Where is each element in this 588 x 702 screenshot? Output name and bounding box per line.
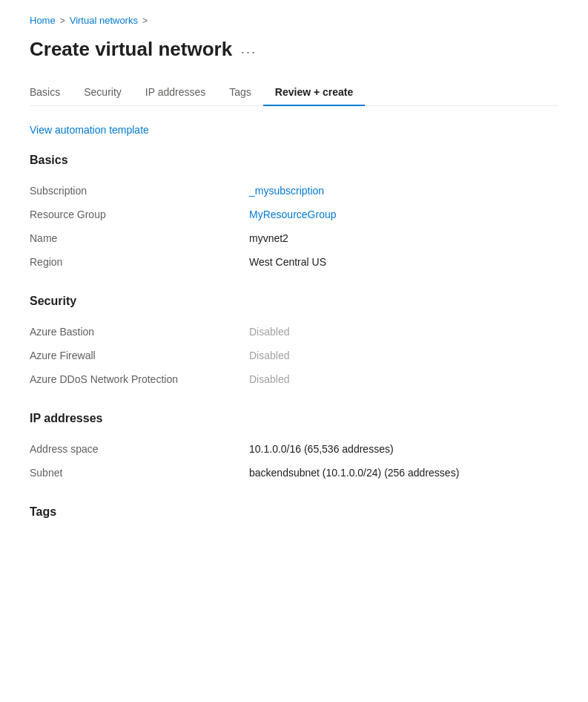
resource-group-value: MyResourceGroup [249,209,337,220]
name-label: Name [30,232,237,244]
region-label: Region [30,256,237,268]
tags-section-title: Tags [30,505,558,519]
azure-bastion-label: Azure Bastion [30,326,237,338]
tabs-row: Basics Security IP addresses Tags Review… [30,79,558,106]
azure-ddos-label: Azure DDoS Network Protection [30,373,237,385]
breadcrumb-separator-1: > [60,16,65,26]
ip-addresses-section: IP addresses Address space 10.1.0.0/16 (… [30,412,558,485]
tab-security[interactable]: Security [72,79,133,105]
azure-bastion-value: Disabled [249,326,289,338]
breadcrumb-virtual-networks[interactable]: Virtual networks [70,15,138,26]
breadcrumb-home[interactable]: Home [30,15,56,26]
tab-tags[interactable]: Tags [217,79,263,105]
page-title-row: Create virtual network ... [30,38,558,61]
breadcrumb: Home > Virtual networks > [30,15,558,26]
subnet-value: backendsubnet (10.1.0.0/24) (256 address… [249,467,459,479]
subscription-label: Subscription [30,185,237,197]
page-container: Home > Virtual networks > Create virtual… [0,0,588,569]
azure-ddos-value: Disabled [249,373,289,385]
address-space-row: Address space 10.1.0.0/16 (65,536 addres… [30,437,558,461]
subscription-value: _mysubscription [249,185,324,197]
name-row: Name myvnet2 [30,226,558,250]
region-row: Region West Central US [30,250,558,274]
region-value: West Central US [249,256,326,268]
tags-section: Tags [30,505,558,519]
basics-section: Basics Subscription _mysubscription Reso… [30,154,558,274]
basics-section-title: Basics [30,154,558,167]
subnet-row: Subnet backendsubnet (10.1.0.0/24) (256 … [30,461,558,485]
page-title: Create virtual network [30,38,232,61]
azure-ddos-row: Azure DDoS Network Protection Disabled [30,367,558,391]
breadcrumb-separator-2: > [142,16,148,26]
azure-firewall-value: Disabled [249,350,289,361]
resource-group-label: Resource Group [30,209,237,220]
tab-review-create[interactable]: Review + create [263,79,365,105]
subnet-label: Subnet [30,467,237,479]
view-automation-template-link[interactable]: View automation template [30,124,149,136]
azure-firewall-row: Azure Firewall Disabled [30,344,558,367]
address-space-value: 10.1.0.0/16 (65,536 addresses) [249,443,394,455]
azure-bastion-row: Azure Bastion Disabled [30,320,558,344]
security-section: Security Azure Bastion Disabled Azure Fi… [30,295,558,391]
azure-firewall-label: Azure Firewall [30,350,237,361]
ip-addresses-section-title: IP addresses [30,412,558,425]
more-options-icon[interactable]: ... [241,42,257,57]
address-space-label: Address space [30,443,237,455]
security-section-title: Security [30,295,558,308]
tab-basics[interactable]: Basics [30,79,72,105]
resource-group-row: Resource Group MyResourceGroup [30,203,558,226]
subscription-row: Subscription _mysubscription [30,179,558,203]
name-value: myvnet2 [249,232,288,244]
tab-ip-addresses[interactable]: IP addresses [133,79,217,105]
